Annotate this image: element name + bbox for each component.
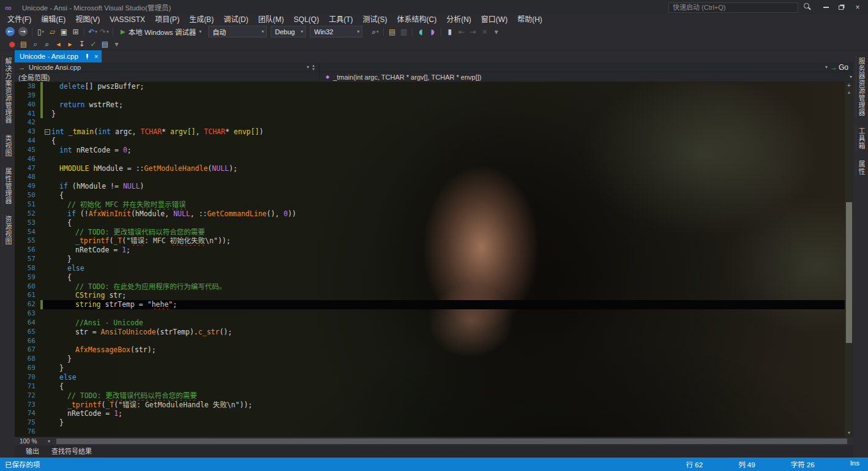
menu-item-2[interactable]: 视图(V): [70, 15, 105, 25]
tool-tab-left-2[interactable]: 属性管理器: [2, 167, 12, 206]
code-line[interactable]: 60// TODO: 在此处为应用程序的行为编写代码。: [15, 282, 845, 292]
va-nav-back-icon[interactable]: ◂: [53, 39, 64, 50]
close-button[interactable]: ×: [850, 2, 866, 13]
code-line[interactable]: 70else: [15, 373, 845, 382]
code-line[interactable]: 42: [15, 118, 845, 127]
chevron-down-icon[interactable]: ▾: [850, 74, 852, 80]
code-line[interactable]: 59{: [15, 273, 845, 282]
scrollbar-thumb[interactable]: [846, 202, 852, 343]
code-line[interactable]: 69}: [15, 364, 845, 373]
go-button[interactable]: → Go: [830, 63, 848, 72]
panel-tab-1[interactable]: 查找符号结果: [45, 445, 98, 458]
va-paste-icon[interactable]: ↧: [76, 39, 88, 50]
open-file-icon[interactable]: ▱: [47, 26, 58, 37]
code-editor[interactable]: 38delete[] pwszBuffer;3940return wstrRet…: [15, 82, 853, 437]
menu-item-7[interactable]: 团队(M): [253, 15, 289, 25]
code-line[interactable]: 58else: [15, 264, 845, 273]
code-line[interactable]: 44{: [15, 137, 845, 146]
code-line[interactable]: 45int nRetCode = 0;: [15, 146, 845, 155]
tool-tab-left-3[interactable]: 资源视图: [2, 214, 12, 246]
profiler-icon[interactable]: ▥: [398, 26, 410, 37]
code-line[interactable]: 50{: [15, 191, 845, 200]
va-open-file-icon[interactable]: ▤: [18, 39, 29, 50]
code-line[interactable]: 46: [15, 155, 845, 164]
va-spellcheck-icon[interactable]: ✓: [88, 39, 99, 50]
scroll-up-icon[interactable]: ▲: [847, 89, 851, 96]
menu-item-9[interactable]: 工具(T): [324, 15, 357, 25]
code-line[interactable]: 75}: [15, 418, 845, 428]
vassistx-tomato-icon[interactable]: ●: [6, 39, 18, 50]
tool-tab-right-1[interactable]: 工具箱: [856, 126, 866, 151]
clear-bookmarks-icon[interactable]: ×: [479, 26, 490, 37]
menu-item-14[interactable]: 帮助(H): [512, 15, 547, 25]
code-line[interactable]: 38delete[] pwszBuffer;: [15, 82, 845, 91]
code-line[interactable]: 57}: [15, 255, 845, 264]
chevron-down-icon[interactable]: ▾: [42, 29, 45, 34]
code-line[interactable]: 51// 初始化 MFC 并在失败时显示错误: [15, 200, 845, 209]
quick-launch-input[interactable]: [668, 2, 798, 13]
code-line[interactable]: 65str = AnsiToUnicode(strTemp).c_str();: [15, 328, 845, 337]
split-handle-icon[interactable]: +: [847, 82, 851, 89]
show-comments-icon[interactable]: ◗: [427, 26, 438, 37]
code-line[interactable]: 48: [15, 173, 845, 182]
zoom-combo[interactable]: 100 % ▾: [15, 437, 53, 445]
new-file-icon[interactable]: ▯▾: [35, 26, 47, 37]
chevron-down-icon[interactable]: ▾: [107, 29, 109, 34]
menu-item-0[interactable]: 文件(F): [2, 15, 36, 25]
solution-config-combo[interactable]: 自动 ▾: [208, 26, 267, 37]
code-line[interactable]: 73_tprintf(_T("错误: GetModuleHandle 失败\n"…: [15, 401, 845, 410]
code-line[interactable]: 55_tprintf(_T("错误: MFC 初始化失败\n"));: [15, 236, 845, 246]
document-tab-active[interactable]: Unicode - Ansi.cpp ×: [15, 50, 102, 62]
code-line[interactable]: 67AfxMessageBox(str);: [15, 345, 845, 355]
bookmark-icon[interactable]: ▮: [444, 26, 455, 37]
attach-process-icon[interactable]: ▤: [386, 26, 398, 37]
panel-tab-0[interactable]: 输出: [20, 445, 45, 458]
code-line[interactable]: 72// TODO: 更改错误代码以符合您的需要: [15, 391, 845, 401]
menu-item-13[interactable]: 窗口(W): [476, 15, 512, 25]
save-icon[interactable]: ▣: [58, 26, 70, 37]
code-line[interactable]: 52if (!AfxWinInit(hModule, NULL, ::GetCo…: [15, 209, 845, 219]
forward-icon[interactable]: →: [18, 27, 28, 36]
va-overflow-icon[interactable]: ▾: [111, 39, 122, 50]
code-line[interactable]: 54// TODO: 更改错误代码以符合您的需要: [15, 228, 845, 237]
code-line[interactable]: 64//Ansi - Unicode: [15, 318, 845, 328]
next-bookmark-icon[interactable]: ⇥: [467, 26, 479, 37]
new-comment-icon[interactable]: ◖: [415, 26, 427, 37]
horizontal-scrollbar[interactable]: [53, 437, 853, 445]
chevron-down-icon[interactable]: ▾: [376, 29, 379, 34]
code-line[interactable]: 76: [15, 428, 845, 437]
scope-combo[interactable]: (全局范围): [15, 72, 319, 81]
toolbar-overflow-icon[interactable]: ▾: [490, 26, 502, 37]
pin-icon[interactable]: [84, 54, 90, 59]
platform-combo[interactable]: Win32 ▾: [310, 26, 362, 37]
prev-bookmark-icon[interactable]: ⇤: [455, 26, 467, 37]
va-find-references-icon[interactable]: ⌕: [41, 39, 53, 50]
menu-item-5[interactable]: 生成(B): [184, 15, 219, 25]
code-line[interactable]: 62string strTemp = "hehe";: [15, 300, 845, 309]
va-nav-forward-icon[interactable]: ▸: [64, 39, 76, 50]
chevron-down-icon[interactable]: ▾: [95, 29, 97, 34]
menu-item-4[interactable]: 项目(P): [150, 15, 184, 25]
menu-item-11[interactable]: 体系结构(C): [392, 15, 441, 25]
fold-toggle-icon[interactable]: −: [45, 129, 50, 135]
code-line[interactable]: 71{: [15, 382, 845, 391]
code-line[interactable]: 43−int _tmain(int argc, TCHAR* argv[], T…: [15, 127, 845, 137]
redo-icon[interactable]: ↷▾: [99, 26, 110, 37]
hscrollbar-thumb[interactable]: [56, 439, 847, 444]
back-icon[interactable]: ←: [6, 27, 15, 36]
code-line[interactable]: 66: [15, 337, 845, 346]
file-context-combo[interactable]: → Unicode Ansi.cpp ▾ ▴ ▾: [15, 62, 319, 72]
code-line[interactable]: 41}: [15, 110, 845, 119]
code-line[interactable]: 47HMODULE hModule = ::GetModuleHandle(NU…: [15, 164, 845, 173]
find-in-files-icon[interactable]: ⌕▾: [369, 26, 381, 37]
restore-button[interactable]: [834, 2, 850, 13]
search-icon[interactable]: [802, 2, 813, 13]
save-all-icon[interactable]: ⊞: [70, 26, 81, 37]
chevron-down-icon[interactable]: ▾: [825, 64, 828, 70]
vertical-scrollbar[interactable]: + ▲ ▼: [845, 82, 853, 437]
code-line[interactable]: 49if (hModule != NULL): [15, 182, 845, 191]
tool-tab-left-1[interactable]: 类视图: [2, 134, 12, 158]
tab-close-icon[interactable]: ×: [94, 53, 98, 60]
tool-tab-right-2[interactable]: 属性: [856, 159, 866, 176]
member-combo[interactable]: ◆ _tmain(int argc, TCHAR * argv[], TCHAR…: [319, 72, 853, 81]
